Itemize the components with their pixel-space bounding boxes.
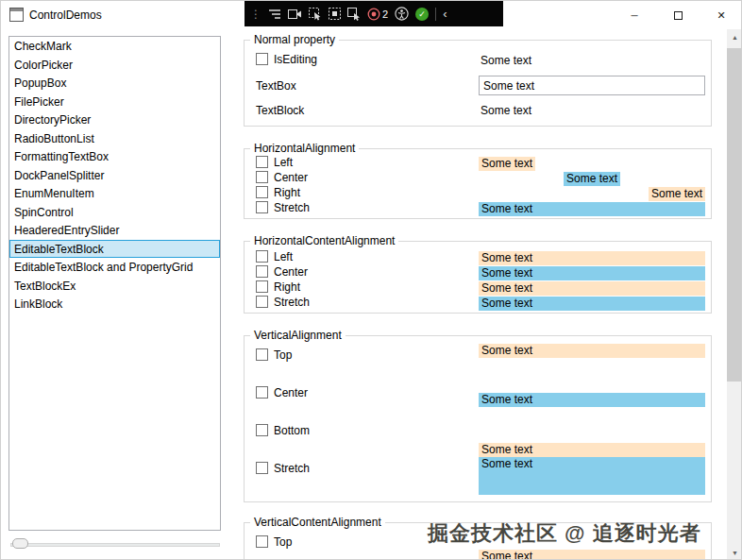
toolbar-divider bbox=[435, 8, 436, 21]
textblock-value: Some text bbox=[481, 104, 531, 117]
valign-top-label: Top bbox=[274, 348, 292, 362]
select-element-icon[interactable] bbox=[309, 8, 322, 21]
isediting-checkbox[interactable] bbox=[256, 53, 268, 65]
live-visual-tree-icon[interactable] bbox=[268, 8, 281, 20]
list-item-headeredentryslider[interactable]: HeaderedEntrySlider bbox=[9, 221, 220, 240]
halign-left-checkbox[interactable] bbox=[256, 156, 268, 168]
isediting-value: Some text bbox=[481, 54, 531, 67]
halign-stretch-checkbox[interactable] bbox=[256, 201, 268, 213]
vcontent-top-value[interactable]: Some text bbox=[479, 550, 705, 560]
valign-center-label: Center bbox=[274, 386, 308, 399]
groupbox-normal-property: Normal property IsEditing Some text Text… bbox=[244, 40, 712, 127]
list-item-radiobuttonlist[interactable]: RadioButtonList bbox=[9, 129, 220, 148]
valign-center-checkbox[interactable] bbox=[256, 386, 268, 399]
halign-right-row: Right bbox=[256, 185, 300, 199]
hcontent-right-checkbox[interactable] bbox=[256, 280, 268, 293]
app-window: ControlDemos ⋮ 2 bbox=[0, 0, 742, 560]
valign-bottom-checkbox[interactable] bbox=[256, 424, 268, 436]
grip-dots-icon[interactable]: ⋮ bbox=[250, 8, 261, 20]
maximize-button[interactable] bbox=[656, 1, 700, 29]
isediting-row: IsEditing bbox=[256, 52, 317, 66]
list-item-linkblock[interactable]: LinkBlock bbox=[9, 295, 220, 314]
hcontent-left-value[interactable]: Some text bbox=[479, 251, 705, 265]
scroll-up-button[interactable]: ▲ bbox=[727, 29, 742, 45]
list-item-enummenuitem[interactable]: EnumMenuItem bbox=[9, 184, 220, 203]
collapse-chevron-icon[interactable]: ‹ bbox=[443, 7, 447, 21]
halign-right-checkbox[interactable] bbox=[256, 186, 268, 198]
value-row: Some text bbox=[479, 297, 705, 311]
titlebar: ControlDemos ⋮ 2 bbox=[1, 1, 742, 29]
list-item-colorpicker[interactable]: ColorPicker bbox=[9, 56, 220, 75]
list-item-popupbox[interactable]: PopupBox bbox=[9, 74, 220, 93]
halign-center-value[interactable]: Some text bbox=[564, 172, 620, 186]
halign-stretch-label: Stretch bbox=[274, 201, 310, 214]
halign-left-value[interactable]: Some text bbox=[479, 157, 535, 171]
value-row: Some text bbox=[479, 251, 705, 265]
list-item-spincontrol[interactable]: SpinControl bbox=[9, 203, 220, 222]
valign-stretch-value[interactable]: Some text bbox=[479, 457, 705, 495]
groupbox-title: HorizontalAlignment bbox=[250, 142, 359, 155]
groupbox-title: VerticalContentAlignment bbox=[250, 516, 385, 529]
hcontent-left-checkbox[interactable] bbox=[256, 250, 268, 263]
list-item-editabletextblock[interactable]: EditableTextBlock bbox=[9, 240, 220, 259]
hcontent-left-row: Left bbox=[256, 249, 293, 263]
valign-stretch-row: Stretch bbox=[256, 461, 310, 475]
list-item-checkmark[interactable]: CheckMark bbox=[9, 37, 220, 56]
valign-stretch-checkbox[interactable] bbox=[256, 462, 268, 474]
value-row: Some text bbox=[479, 550, 705, 560]
close-icon: ✕ bbox=[717, 9, 725, 22]
hcontent-stretch-value[interactable]: Some text bbox=[479, 297, 705, 311]
halign-center-checkbox[interactable] bbox=[256, 171, 268, 183]
scroll-down-button[interactable]: ▼ bbox=[727, 545, 742, 560]
window-title: ControlDemos bbox=[29, 8, 102, 22]
vcontent-top-label: Top bbox=[274, 535, 292, 549]
groupbox-horizontal-alignment: HorizontalAlignment Left Center Right St… bbox=[244, 148, 712, 219]
scrollbar-thumb[interactable] bbox=[727, 48, 742, 382]
hcontent-center-checkbox[interactable] bbox=[256, 265, 268, 278]
hcontent-stretch-checkbox[interactable] bbox=[256, 296, 268, 308]
textbox-input[interactable] bbox=[479, 76, 705, 95]
slider-track[interactable] bbox=[10, 543, 220, 547]
halign-stretch-value[interactable]: Some text bbox=[479, 202, 705, 216]
list-item-editabletextblock-propertygrid[interactable]: EditableTextBlock and PropertyGrid bbox=[9, 258, 220, 277]
hcontent-center-value[interactable]: Some text bbox=[479, 266, 705, 280]
close-button[interactable]: ✕ bbox=[700, 1, 742, 29]
slider-thumb[interactable] bbox=[12, 538, 28, 549]
valign-bottom-row: Bottom bbox=[256, 423, 310, 437]
valign-top-checkbox[interactable] bbox=[256, 348, 268, 361]
list-item-formattingtextbox[interactable]: FormattingTextBox bbox=[9, 147, 220, 166]
value-row: Some text bbox=[479, 457, 705, 495]
layout-adorners-icon[interactable] bbox=[329, 8, 341, 20]
valign-stretch-label: Stretch bbox=[274, 462, 310, 475]
binding-failures-badge[interactable]: 2 bbox=[367, 8, 388, 21]
halign-right-value[interactable]: Some text bbox=[649, 187, 705, 201]
halign-center-label: Center bbox=[274, 171, 308, 184]
vertical-scrollbar[interactable]: ▲ ▼ bbox=[727, 29, 742, 560]
hcontent-center-label: Center bbox=[274, 265, 308, 279]
accessibility-icon[interactable] bbox=[395, 7, 409, 21]
groupbox-title: Normal property bbox=[250, 33, 339, 46]
vcontent-top-row: Top bbox=[256, 535, 292, 549]
list-item-dockpanelsplitter[interactable]: DockPanelSplitter bbox=[9, 166, 220, 185]
list-item-directorypicker[interactable]: DirectoryPicker bbox=[9, 110, 220, 129]
value-row: Some text bbox=[479, 344, 705, 358]
value-row: Some text bbox=[479, 281, 705, 296]
valign-top-value[interactable]: Some text bbox=[479, 344, 705, 358]
hcontent-left-label: Left bbox=[274, 250, 293, 263]
hcontent-right-value[interactable]: Some text bbox=[479, 281, 705, 296]
camera-icon[interactable] bbox=[288, 8, 302, 20]
groupbox-title: VerticalAlignment bbox=[250, 329, 346, 342]
value-row: Some text bbox=[479, 172, 705, 186]
window-controls: ─ ✕ bbox=[613, 1, 742, 29]
list-item-textblockex[interactable]: TextBlockEx bbox=[9, 277, 220, 296]
valign-center-value[interactable]: Some text bbox=[479, 393, 705, 407]
minimize-button[interactable]: ─ bbox=[613, 1, 656, 29]
hcontent-stretch-row: Stretch bbox=[256, 295, 310, 309]
list-item-filepicker[interactable]: FilePicker bbox=[9, 93, 220, 111]
status-ok-icon[interactable]: ✓ bbox=[415, 8, 429, 21]
vcontent-top-checkbox[interactable] bbox=[256, 535, 268, 548]
track-focus-icon[interactable] bbox=[347, 8, 361, 21]
hcontent-right-label: Right bbox=[274, 280, 300, 294]
halign-stretch-row: Stretch bbox=[256, 200, 310, 214]
valign-bottom-value[interactable]: Some text bbox=[479, 443, 705, 457]
